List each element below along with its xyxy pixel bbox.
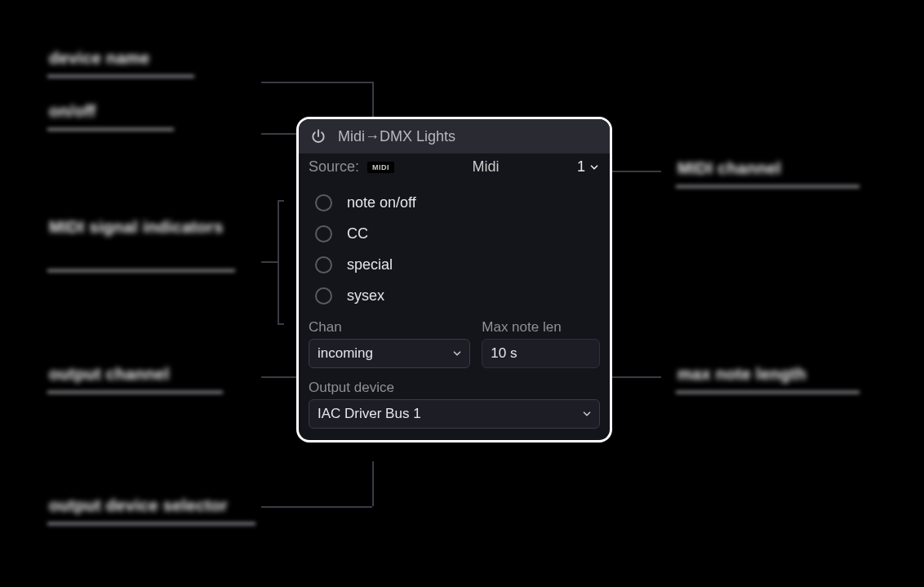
annotation-connector — [261, 82, 372, 83]
annotation-connector — [278, 323, 284, 325]
list-item: note on/off — [315, 187, 606, 218]
annotation-label: max note length — [677, 365, 806, 384]
midi-badge: MIDI — [367, 162, 394, 173]
signal-indicator-icon — [315, 225, 332, 242]
source-name: Midi — [402, 158, 569, 176]
chan-select[interactable]: incoming — [309, 339, 470, 368]
annotation-rule — [47, 128, 174, 131]
chevron-down-icon — [581, 408, 593, 420]
signal-label: sysex — [347, 287, 384, 305]
list-item: CC — [315, 218, 606, 249]
annotation-rule — [676, 391, 860, 394]
output-device-value: IAC Driver Bus 1 — [318, 406, 421, 422]
chevron-down-icon — [451, 348, 463, 359]
annotation-rule — [47, 523, 255, 525]
chan-field: Chan incoming — [309, 319, 470, 368]
list-item: special — [315, 249, 606, 280]
annotation-connector — [261, 261, 278, 263]
midi-signal-list: note on/off CC special sysex — [299, 180, 610, 316]
max-note-len-value: 10 s — [491, 345, 517, 362]
output-device-field: Output device IAC Driver Bus 1 — [309, 380, 600, 429]
source-row: Source: MIDI Midi 1 — [299, 153, 610, 180]
annotation-connector — [612, 376, 661, 378]
annotation-label: MIDI channel — [677, 159, 781, 178]
signal-label: note on/off — [347, 194, 416, 211]
annotation-label: MIDI signal indicators — [49, 216, 223, 238]
output-device-label: Output device — [309, 380, 600, 396]
signal-indicator-icon — [315, 256, 332, 273]
chan-label: Chan — [309, 319, 470, 336]
annotation-connector — [261, 133, 296, 135]
annotation-label: on/off — [49, 102, 96, 121]
max-note-len-input[interactable]: 10 s — [482, 339, 600, 368]
max-note-len-field: Max note len 10 s — [482, 319, 600, 368]
list-item: sysex — [315, 280, 606, 311]
midi-channel-value: 1 — [577, 158, 585, 176]
annotation-label: output channel — [49, 365, 170, 384]
field-row: Chan incoming Max note len 10 s — [299, 316, 610, 376]
power-icon[interactable] — [310, 128, 327, 145]
annotation-connector — [372, 82, 374, 117]
signal-indicator-icon — [315, 287, 332, 305]
annotation-connector — [612, 171, 661, 172]
chevron-down-icon — [589, 162, 600, 173]
annotation-rule — [676, 185, 860, 188]
signal-indicator-icon — [315, 194, 332, 211]
signal-label: special — [347, 256, 393, 273]
annotation-connector — [372, 461, 374, 506]
source-label: Source: — [309, 158, 359, 176]
panel-header: Midi→DMX Lights — [299, 119, 610, 153]
max-note-len-label: Max note len — [482, 319, 600, 336]
midi-device-panel: Midi→DMX Lights Source: MIDI Midi 1 note… — [296, 117, 612, 442]
chan-value: incoming — [318, 345, 373, 362]
midi-channel-select[interactable]: 1 — [577, 158, 600, 176]
annotation-connector — [278, 200, 284, 202]
annotation-rule — [47, 269, 235, 272]
field-row: Output device IAC Driver Bus 1 — [299, 376, 610, 440]
annotation-connector — [278, 200, 279, 325]
output-device-select[interactable]: IAC Driver Bus 1 — [309, 399, 600, 429]
annotation-label: output device selector — [49, 496, 228, 515]
annotation-label: device name — [49, 49, 149, 68]
signal-label: CC — [347, 225, 368, 242]
panel-title: Midi→DMX Lights — [338, 128, 455, 145]
annotation-rule — [47, 75, 194, 78]
annotation-connector — [261, 376, 296, 378]
annotation-rule — [47, 391, 223, 394]
annotation-connector — [261, 506, 372, 508]
